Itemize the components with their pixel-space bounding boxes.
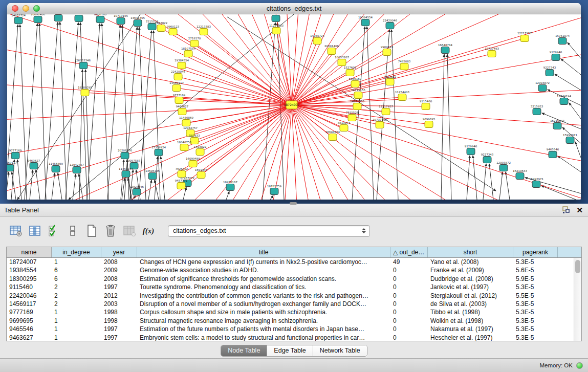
graph-node[interactable] <box>79 62 88 69</box>
graph-node[interactable] <box>272 28 280 34</box>
table-row[interactable]: 1830029562008Estimation of significance … <box>7 275 581 283</box>
graph-node[interactable] <box>197 172 205 179</box>
graph-node[interactable] <box>52 166 60 172</box>
graph-node[interactable] <box>516 173 524 180</box>
graph-node[interactable] <box>270 188 278 195</box>
graph-node[interactable] <box>422 103 430 110</box>
graph-node[interactable] <box>538 85 547 92</box>
graph-node[interactable] <box>178 108 186 115</box>
graph-node[interactable] <box>190 138 199 144</box>
graph-node[interactable] <box>175 97 183 104</box>
graph-node[interactable] <box>328 48 336 55</box>
column-header-title[interactable]: title <box>137 247 390 257</box>
graph-node[interactable] <box>382 108 390 115</box>
minimize-window-button[interactable] <box>23 5 29 12</box>
column-header-year[interactable]: year <box>101 247 137 257</box>
graph-node[interactable] <box>348 115 356 121</box>
vertical-scrollbar[interactable] <box>574 258 581 341</box>
graph-node[interactable] <box>558 38 567 45</box>
graph-node[interactable] <box>155 149 163 156</box>
float-panel-icon[interactable] <box>562 206 570 214</box>
network-view-canvas[interactable]: 1405572420691406106532671527602696616010… <box>7 14 581 200</box>
graph-node[interactable] <box>121 152 129 159</box>
graph-node[interactable] <box>73 167 81 173</box>
graph-node[interactable] <box>157 25 165 32</box>
delete-column-icon[interactable] <box>104 224 117 237</box>
graph-node[interactable] <box>272 15 280 22</box>
graph-node[interactable] <box>400 63 408 70</box>
column-header-short[interactable]: short <box>428 247 513 257</box>
column-header-out_de[interactable]: △ out_de… <box>390 247 428 257</box>
graph-node[interactable] <box>81 90 89 96</box>
graph-node[interactable] <box>338 59 346 66</box>
graph-node[interactable] <box>178 171 186 178</box>
close-window-button[interactable] <box>12 5 18 12</box>
graph-node[interactable] <box>7 165 14 171</box>
graph-node[interactable] <box>182 120 190 126</box>
graph-node[interactable] <box>96 16 104 23</box>
graph-node[interactable] <box>190 40 199 47</box>
graph-node[interactable] <box>75 15 83 22</box>
graph-node[interactable] <box>499 165 508 171</box>
graph-node[interactable] <box>353 103 361 110</box>
table-settings-icon[interactable] <box>9 224 23 237</box>
graph-node[interactable] <box>361 19 369 26</box>
graph-node[interactable] <box>169 29 177 35</box>
table-row[interactable]: 1938455462009Genome-wide association stu… <box>7 266 581 274</box>
graph-node[interactable] <box>425 121 433 128</box>
graph-node[interactable] <box>14 17 23 24</box>
graph-node[interactable] <box>30 163 38 169</box>
graph-node[interactable] <box>488 51 496 57</box>
graph-node[interactable] <box>553 123 561 129</box>
graph-node[interactable] <box>383 49 391 56</box>
graph-node[interactable] <box>376 122 384 128</box>
network-window-titlebar[interactable]: citations_edges.txt <box>7 3 581 14</box>
graph-node[interactable] <box>177 183 185 189</box>
graph-node[interactable] <box>533 108 541 115</box>
graph-node[interactable] <box>117 18 125 25</box>
column-header-name[interactable]: name <box>7 247 52 257</box>
graph-node[interactable] <box>351 81 359 87</box>
graph-node[interactable] <box>178 62 186 69</box>
graph-node[interactable] <box>552 54 560 61</box>
graph-node[interactable] <box>122 171 130 178</box>
table-row[interactable]: 1456911722003Disruption of a novel membe… <box>7 300 581 308</box>
column-header-in_degree[interactable]: in_degree <box>52 247 101 257</box>
graph-node[interactable] <box>54 15 62 21</box>
graph-node[interactable] <box>189 161 197 167</box>
tab-network-table[interactable]: Network Table <box>313 345 367 356</box>
graph-node[interactable] <box>532 181 540 188</box>
column-header-pagerank[interactable]: pagerank <box>513 247 558 257</box>
graph-node[interactable] <box>483 157 491 163</box>
graph-node[interactable] <box>184 51 192 57</box>
graph-node[interactable] <box>546 70 554 76</box>
table-row[interactable]: 969969511998Structural magnetic resonanc… <box>7 317 581 325</box>
graph-node[interactable] <box>133 189 141 195</box>
table-row[interactable]: 1872400712008Changes of HCN gene express… <box>7 258 581 266</box>
graph-node[interactable] <box>467 148 475 155</box>
graph-node[interactable] <box>560 98 568 105</box>
graph-node[interactable] <box>386 23 394 29</box>
graph-node[interactable] <box>180 144 188 151</box>
tab-edge-table[interactable]: Edge Table <box>267 345 313 356</box>
graph-node[interactable] <box>354 92 362 99</box>
graph-node[interactable] <box>148 173 157 180</box>
graph-node[interactable] <box>174 74 182 80</box>
new-column-icon[interactable] <box>85 224 98 237</box>
table-row[interactable]: 946554611997Estimation of the future num… <box>7 325 581 333</box>
splitter-handle[interactable] <box>290 202 297 205</box>
graph-node[interactable] <box>172 85 181 92</box>
select-rows-icon[interactable] <box>47 224 60 237</box>
graph-node[interactable] <box>346 70 354 76</box>
graph-node[interactable] <box>340 125 348 132</box>
table-row[interactable]: 911546021997Tourette syndrome. Phenomeno… <box>7 283 581 291</box>
table-select-dropdown[interactable]: citations_edges.txt <box>168 225 370 237</box>
graph-node[interactable] <box>566 137 574 144</box>
scrollbar-thumb[interactable] <box>575 260 580 273</box>
table-row[interactable]: 977716911998Corpus callosum shape and si… <box>7 308 581 316</box>
graph-node[interactable] <box>520 35 529 42</box>
graph-node[interactable] <box>200 29 208 35</box>
table-row[interactable]: 2242004622012Investigating the contribut… <box>7 292 581 300</box>
close-panel-icon[interactable]: ✕ <box>576 206 583 215</box>
memory-ok-indicator-icon[interactable] <box>576 362 583 369</box>
